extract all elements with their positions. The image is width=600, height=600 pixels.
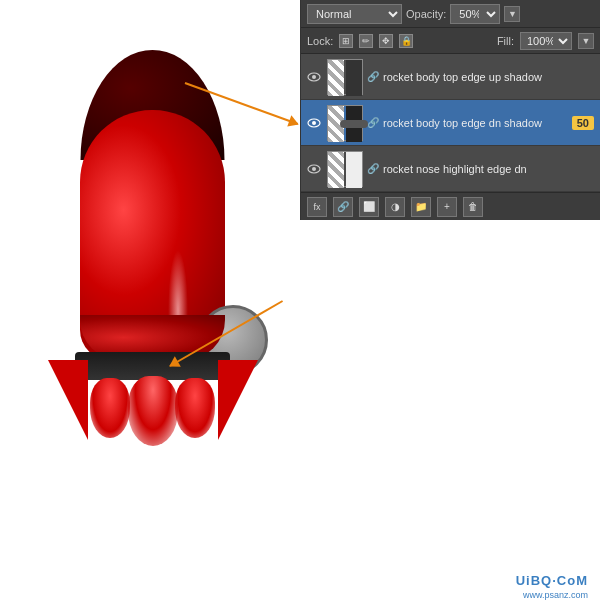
layer-visibility-1[interactable] (305, 68, 323, 86)
layer-thumb-1 (327, 59, 363, 95)
fin-right (218, 360, 258, 440)
layer-thumb-3 (327, 151, 363, 187)
lock-all-icon[interactable]: 🔒 (399, 34, 413, 48)
rocket-scene (0, 0, 305, 600)
layer-label-3: rocket nose highlight edge dn (383, 163, 596, 175)
lock-move-icon[interactable]: ✥ (379, 34, 393, 48)
layer-label-2: rocket body top edge dn shadow (383, 117, 596, 129)
svg-point-3 (312, 121, 316, 125)
group-button[interactable]: 📁 (411, 197, 431, 217)
layer-row-3[interactable]: 🔗 rocket nose highlight edge dn (301, 146, 600, 192)
layer-link-2: 🔗 (367, 117, 379, 128)
fill-label: Fill: (497, 35, 514, 47)
delete-layer-button[interactable]: 🗑 (463, 197, 483, 217)
adjustment-button[interactable]: ◑ (385, 197, 405, 217)
layer-label-1: rocket body top edge up shadow (383, 71, 596, 83)
fill-dropdown-btn[interactable]: ▼ (578, 33, 594, 49)
link-layers-button[interactable]: 🔗 (333, 197, 353, 217)
layer-row-1[interactable]: 🔗 rocket body top edge up shadow (301, 54, 600, 100)
layer-row-2[interactable]: 🔗 rocket body top edge dn shadow 50 (301, 100, 600, 146)
layers-list: 🔗 rocket body top edge up shadow 🔗 rocke… (301, 54, 600, 192)
watermark-sub: www.psanz.com (523, 590, 588, 600)
layer-link-1: 🔗 (367, 71, 379, 82)
opacity-label: Opacity: (406, 8, 446, 20)
new-layer-button[interactable]: + (437, 197, 457, 217)
lock-label: Lock: (307, 35, 333, 47)
mask-button[interactable]: ⬜ (359, 197, 379, 217)
lock-brush-icon[interactable]: ✏ (359, 34, 373, 48)
flame-left (90, 378, 130, 438)
flame-right (175, 378, 215, 438)
fin-left (48, 360, 88, 440)
layer-visibility-2[interactable] (305, 114, 323, 132)
fx-button[interactable]: fx (307, 197, 327, 217)
layer-badge-2: 50 (572, 116, 594, 130)
flame-mid (128, 376, 178, 446)
layer-link-3: 🔗 (367, 163, 379, 174)
layers-toolbar: fx 🔗 ⬜ ◑ 📁 + 🗑 (301, 192, 600, 220)
svg-point-1 (312, 75, 316, 79)
layers-topbar: Normal Opacity: 50% ▼ (301, 0, 600, 28)
layer-thumb-2 (327, 105, 363, 141)
layers-lockbar: Lock: ⊞ ✏ ✥ 🔒 Fill: 100% ▼ (301, 28, 600, 54)
layers-panel: Normal Opacity: 50% ▼ Lock: ⊞ ✏ ✥ 🔒 Fill… (300, 0, 600, 220)
layer-visibility-3[interactable] (305, 160, 323, 178)
opacity-dropdown-btn[interactable]: ▼ (504, 6, 520, 22)
svg-point-5 (312, 167, 316, 171)
watermark: UiBQ·CoM (516, 573, 588, 588)
opacity-select[interactable]: 50% (450, 4, 500, 24)
blend-mode-select[interactable]: Normal (307, 4, 402, 24)
lock-checkerboard-icon[interactable]: ⊞ (339, 34, 353, 48)
fill-select[interactable]: 100% (520, 32, 572, 50)
